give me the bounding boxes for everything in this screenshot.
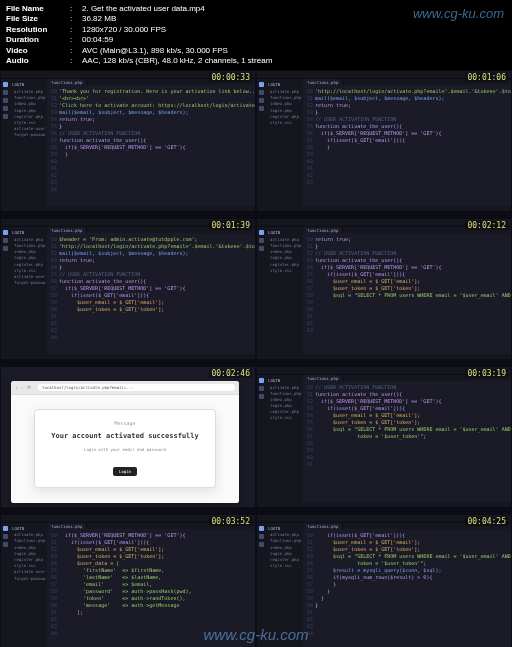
sidebar-file[interactable]: activate.php [266, 236, 302, 242]
code-editor[interactable]: functions.php 'http://localhost/login/ac… [303, 79, 511, 211]
search-icon[interactable] [259, 534, 264, 539]
address-bar[interactable]: localhost/login/activate.php?email=... [38, 384, 235, 391]
file-explorer[interactable]: LOGIN activate.php functions.php index.p… [9, 227, 47, 359]
code-editor[interactable]: functions.php if(isset($_GET['email'])){… [303, 523, 511, 647]
code-content[interactable]: 'Thank you for registration. Here is you… [47, 85, 255, 206]
file-size-value: 36.82 MB [82, 14, 116, 24]
activity-bar[interactable] [1, 523, 9, 647]
sidebar-file[interactable]: activate.php [266, 532, 302, 538]
file-explorer[interactable]: LOGIN activate.php functions.php index.p… [265, 79, 303, 211]
sidebar-file[interactable]: activate.php [10, 89, 46, 95]
sidebar-file[interactable]: style.css [266, 415, 302, 421]
sidebar-file[interactable]: register.php [10, 113, 46, 119]
sidebar-header: LOGIN [266, 377, 302, 384]
sidebar-file[interactable]: style.css [266, 119, 302, 125]
code-content[interactable]: return true;}// USER ACTIVATION FUNCTION… [303, 233, 511, 354]
code-content[interactable]: 'http://localhost/login/activate.php?ema… [303, 85, 511, 206]
activity-bar[interactable] [1, 79, 9, 211]
search-icon[interactable] [3, 90, 8, 95]
extensions-icon[interactable] [3, 114, 8, 119]
sidebar-file[interactable]: forgot-password.php [10, 132, 46, 138]
back-icon[interactable]: ‹ [15, 384, 18, 390]
search-icon[interactable] [3, 238, 8, 243]
sidebar-file[interactable]: style.css [266, 267, 302, 273]
code-content[interactable]: // USER ACTIVATION FUNCTIONfunction acti… [303, 381, 511, 502]
sidebar-file[interactable]: activate.php [10, 236, 46, 242]
forward-icon[interactable]: › [21, 384, 24, 390]
sidebar-file[interactable]: functions.php [266, 390, 302, 396]
sidebar-file[interactable]: activate.php [266, 89, 302, 95]
explorer-icon[interactable] [3, 82, 8, 87]
git-icon[interactable] [3, 542, 8, 547]
timestamp: 00:02:12 [465, 221, 508, 230]
search-icon[interactable] [259, 90, 264, 95]
frame-4: 00:02:12 LOGIN activate.php functions.ph… [256, 218, 512, 366]
sidebar-file[interactable]: activate-user.php [10, 126, 46, 132]
login-button[interactable]: Login [113, 467, 137, 476]
sidebar-file[interactable]: register.php [10, 261, 46, 267]
file-explorer[interactable]: LOGIN activate.php functions.php index.p… [265, 227, 303, 359]
search-icon[interactable] [3, 534, 8, 539]
code-editor[interactable]: functions.php $header = 'From: admin.act… [47, 227, 255, 359]
sidebar-file[interactable]: forgot-password.php [10, 280, 46, 286]
sidebar-file[interactable]: functions.php [266, 242, 302, 248]
file-explorer[interactable]: LOGIN activate.php functions.php index.p… [9, 79, 47, 211]
windows-taskbar[interactable] [257, 359, 511, 365]
git-icon[interactable] [259, 394, 264, 399]
sidebar-file[interactable]: activate-user.php [10, 273, 46, 279]
explorer-icon[interactable] [3, 526, 8, 531]
sidebar-file[interactable]: functions.php [10, 538, 46, 544]
sidebar-file[interactable]: functions.php [10, 242, 46, 248]
sidebar-file[interactable]: functions.php [10, 95, 46, 101]
git-icon[interactable] [259, 542, 264, 547]
sidebar-file[interactable]: functions.php [266, 538, 302, 544]
activity-bar[interactable] [1, 227, 9, 359]
code-content[interactable]: if(isset($_GET['email'])){ $user_email =… [303, 529, 511, 647]
file-explorer[interactable]: LOGIN activate.php functions.php index.p… [265, 375, 303, 507]
windows-taskbar[interactable] [1, 507, 255, 513]
code-content[interactable]: $header = 'From: admin.activate@tutdpple… [47, 233, 255, 354]
windows-taskbar[interactable] [257, 507, 511, 513]
search-icon[interactable] [259, 386, 264, 391]
sidebar-file[interactable]: register.php [10, 557, 46, 563]
sidebar-file[interactable]: forgot-password.php [10, 575, 46, 581]
browser-window: ‹ › ⟳ localhost/login/activate.php?email… [11, 381, 239, 503]
modal-subtext: Login with your email and password [51, 447, 199, 452]
code-editor[interactable]: functions.php return true;}// USER ACTIV… [303, 227, 511, 359]
modal-heading: Your account activated successfully [51, 432, 199, 441]
activity-bar[interactable] [257, 375, 265, 507]
frame-3: 00:01:39 LOGIN activate.php functions.ph… [0, 218, 256, 366]
sidebar-file[interactable]: functions.php [266, 95, 302, 101]
git-icon[interactable] [3, 98, 8, 103]
windows-taskbar[interactable] [1, 211, 255, 217]
debug-icon[interactable] [259, 106, 264, 111]
sidebar-file[interactable]: register.php [266, 261, 302, 267]
file-explorer[interactable]: LOGIN activate.php functions.php index.p… [9, 523, 47, 647]
debug-icon[interactable] [3, 106, 8, 111]
activity-bar[interactable] [257, 227, 265, 359]
code-editor[interactable]: functions.php 'Thank you for registratio… [47, 79, 255, 211]
sidebar-file[interactable]: activate.php [10, 532, 46, 538]
explorer-icon[interactable] [259, 82, 264, 87]
explorer-icon[interactable] [259, 230, 264, 235]
sidebar-file[interactable]: activate.php [266, 384, 302, 390]
windows-taskbar[interactable] [257, 211, 511, 217]
sidebar-file[interactable]: register.php [266, 409, 302, 415]
sidebar-file[interactable]: activate-user.php [10, 569, 46, 575]
sidebar-file[interactable]: style.css [266, 563, 302, 569]
explorer-icon[interactable] [259, 378, 264, 383]
timestamp: 00:03:19 [465, 369, 508, 378]
git-icon[interactable] [3, 246, 8, 251]
reload-icon[interactable]: ⟳ [27, 384, 31, 390]
sidebar-file[interactable]: register.php [266, 113, 302, 119]
explorer-icon[interactable] [3, 230, 8, 235]
sidebar-file[interactable]: register.php [266, 557, 302, 563]
search-icon[interactable] [259, 238, 264, 243]
windows-taskbar[interactable] [1, 359, 255, 365]
explorer-icon[interactable] [259, 526, 264, 531]
code-editor[interactable]: functions.php // USER ACTIVATION FUNCTIO… [303, 375, 511, 507]
git-icon[interactable] [259, 246, 264, 251]
watermark-bottom: www.cg-ku.com [203, 626, 308, 643]
git-icon[interactable] [259, 98, 264, 103]
activity-bar[interactable] [257, 79, 265, 211]
